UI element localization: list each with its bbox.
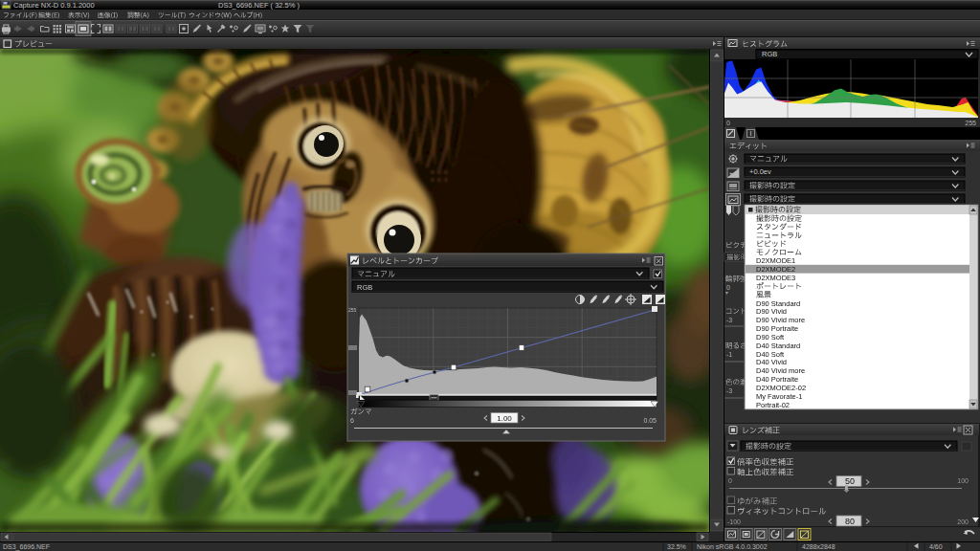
svg-text:-3: -3 <box>726 317 732 323</box>
svg-text:D90 Portraite: D90 Portraite <box>756 324 798 333</box>
svg-text:RGB: RGB <box>357 283 372 292</box>
svg-text:0: 0 <box>728 477 732 484</box>
svg-text:D2XMODE2: D2XMODE2 <box>756 265 795 274</box>
svg-text:80: 80 <box>845 517 855 526</box>
svg-text:200: 200 <box>957 518 969 525</box>
svg-text:My Favorate-1: My Favorate-1 <box>756 392 802 401</box>
svg-text:0: 0 <box>726 120 730 126</box>
svg-text:RGB: RGB <box>762 50 777 58</box>
svg-text:255: 255 <box>348 307 357 313</box>
svg-text:Nikon sRGB 4.0.0.3002: Nikon sRGB 4.0.0.3002 <box>697 543 768 550</box>
svg-text:D90 Standard: D90 Standard <box>756 299 800 308</box>
svg-text:D40 Standard: D40 Standard <box>756 342 800 350</box>
svg-text:6: 6 <box>350 417 354 424</box>
svg-text:-100: -100 <box>727 518 741 525</box>
svg-text:+0.0ev: +0.0ev <box>749 167 771 176</box>
svg-text:D90 Soft: D90 Soft <box>756 333 785 342</box>
svg-text:32.5%: 32.5% <box>667 543 686 550</box>
svg-text:1.00: 1.00 <box>497 414 512 423</box>
svg-text:D2XMODE2-02: D2XMODE2-02 <box>756 384 806 392</box>
svg-text:+: + <box>729 170 733 176</box>
svg-text:0.05: 0.05 <box>643 417 657 424</box>
svg-text:DS3_6696.NEF: DS3_6696.NEF <box>3 543 50 551</box>
svg-text:D2XMODE1: D2XMODE1 <box>756 256 795 265</box>
svg-text:Capture NX-D 0.9.1.2000: Capture NX-D 0.9.1.2000 <box>13 1 95 10</box>
svg-text:-1: -1 <box>726 351 732 358</box>
svg-text:0: 0 <box>726 284 730 291</box>
svg-text:4288x2848: 4288x2848 <box>802 543 835 550</box>
svg-text:50: 50 <box>845 476 855 486</box>
svg-text:DS3_6696.NEF ( 32.5% ): DS3_6696.NEF ( 32.5% ) <box>218 1 301 10</box>
svg-text:255: 255 <box>965 120 976 126</box>
svg-text:D40 Vivid more: D40 Vivid more <box>756 366 805 375</box>
svg-text:D40 Soft: D40 Soft <box>756 350 785 359</box>
svg-text:Portrait-02: Portrait-02 <box>756 401 790 409</box>
svg-text:D90 Vivid more: D90 Vivid more <box>756 316 805 324</box>
svg-text:-3: -3 <box>726 387 732 394</box>
svg-text:4/60: 4/60 <box>929 543 943 550</box>
svg-text:D40 Portraite: D40 Portraite <box>756 375 798 384</box>
svg-text:100: 100 <box>957 477 969 484</box>
svg-text:D40 Vivid: D40 Vivid <box>756 358 787 366</box>
svg-text:D2XMODE3: D2XMODE3 <box>756 274 795 282</box>
svg-text:D90 Vivid: D90 Vivid <box>756 307 787 316</box>
